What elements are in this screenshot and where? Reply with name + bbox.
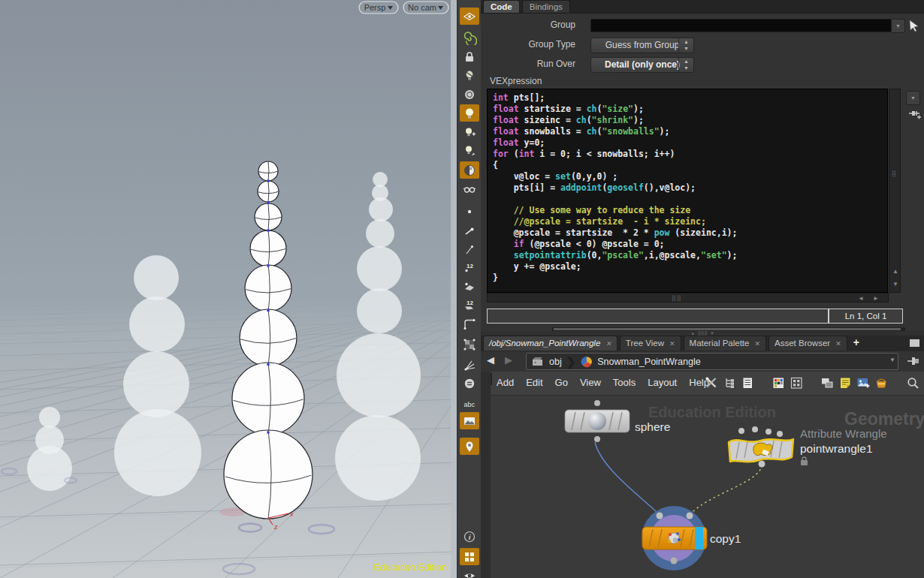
persp-view-button[interactable]: Persp [359,2,398,14]
tree-view-icon[interactable] [723,375,738,391]
group-dropdown-button[interactable]: ▼ [891,19,905,33]
gallery-basket-icon[interactable] [874,375,889,391]
node-sphere[interactable] [565,400,630,442]
viewport-edge-strip [451,0,457,578]
input-connector[interactable] [738,428,744,434]
select-spiral-icon[interactable] [460,29,479,46]
code-line: float snowballs = ch("snowballs"); [493,126,887,137]
pane-tab[interactable]: Material Palette✕ [684,336,766,351]
horizontal-scrollbar[interactable]: ⣿⣿ ◄ ► [487,293,889,303]
new-tab-button[interactable]: + [853,336,859,350]
input-connector[interactable] [777,431,783,437]
shaded-mode-icon[interactable] [460,161,479,179]
point-probe-icon[interactable] [460,241,479,258]
disc-icon[interactable] [460,86,479,103]
code-line: int pts[]; [493,92,887,104]
output-connector[interactable] [594,436,600,442]
run-over-label: Run Over [481,59,575,69]
obj-context-icon [531,355,545,368]
bypass-flag[interactable] [695,527,703,549]
output-connector[interactable] [759,461,765,468]
info-icon[interactable]: i [460,528,479,545]
wire-sphere-to-copy [595,442,658,513]
input-connector[interactable] [657,513,663,519]
pane-maximize-icon[interactable] [910,339,919,347]
scroll-right-icon: ► [873,295,879,302]
path-node[interactable]: Snowman_PointWrangle [597,357,700,367]
vex-menu-button[interactable]: ▼ [906,91,920,105]
menu-layout[interactable]: Layout [642,372,683,394]
close-tab-icon[interactable]: ✕ [605,340,611,348]
menu-tools[interactable]: Tools [607,372,642,394]
vertical-scrollbar[interactable]: ⣿ ▲ ▼ [889,89,901,293]
network-canvas[interactable]: Education Edition Geometry sphere [481,395,924,578]
visibility-eye-icon[interactable] [460,567,479,578]
path-dropdown-icon[interactable]: ▼ [889,357,895,363]
grid-view-icon[interactable] [789,375,805,391]
path-root[interactable]: obj [549,357,562,367]
input-connector[interactable] [594,400,600,406]
color-palette-icon[interactable] [771,375,787,391]
no-cam-button[interactable]: No cam [403,2,448,14]
nav-back-button[interactable]: ◀ [487,354,494,366]
close-tab-icon[interactable]: ✕ [835,340,841,348]
tools-icon[interactable] [704,375,720,391]
point-normals-icon[interactable] [460,222,479,239]
spinner-icon[interactable]: ▲▼ [678,38,693,53]
pane-tab[interactable]: /obj/Snowman_PointWrangle✕ [483,336,618,351]
param-tab-code[interactable]: Code [483,0,520,13]
vector-display-icon[interactable] [460,357,479,374]
uv-checker-icon[interactable] [460,336,479,353]
hull-display-icon[interactable] [460,315,479,333]
prim-normals-icon[interactable] [460,278,479,295]
view-mode-icon[interactable] [460,8,479,25]
grid-window-icon[interactable] [460,548,479,565]
image-plane-icon[interactable] [460,412,479,429]
node-copy[interactable] [642,506,707,570]
nav-forward-button[interactable]: ▶ [505,354,512,366]
close-tab-icon[interactable]: ✕ [669,340,675,348]
wrangle-icon [753,443,772,456]
run-over-select[interactable]: Detail (only once) ▲▼ [590,57,694,73]
lock-icon [801,457,808,465]
wire-glasses-icon[interactable] [460,180,479,197]
slider-add-icon[interactable] [907,108,921,122]
input-connector[interactable] [752,426,758,432]
group-type-select[interactable]: Guess from Group ▲▼ [590,38,694,53]
point-numbers-icon[interactable]: 12 [460,259,479,276]
spinner-icon[interactable]: ▲▼ [678,58,693,72]
menu-add[interactable]: Add [491,372,520,394]
list-view-icon[interactable] [740,375,756,391]
search-icon[interactable] [905,375,921,391]
prim-numbers-icon[interactable]: 12 [460,297,479,314]
scene-viewport[interactable]: x z Persp No cam Education Edition [0,0,457,578]
network-path-field[interactable]: obj ❯ Snowman_PointWrangle ▼ [526,353,898,370]
headlight-icon[interactable] [460,104,479,122]
pane-tab[interactable]: Asset Browser✕ [768,336,847,351]
menu-view[interactable]: View [574,372,607,394]
display-panes-icon[interactable] [820,375,835,391]
disc-lines-icon[interactable] [460,375,479,392]
input-connector[interactable] [687,513,693,519]
close-tab-icon[interactable]: ✕ [754,340,760,348]
text-overlay-icon[interactable]: abc [460,395,479,412]
output-connector[interactable] [671,558,678,564]
select-arrow-icon[interactable] [908,20,920,32]
input-connector[interactable] [765,429,772,435]
menu-edit[interactable]: Edit [520,372,548,394]
background-image-icon[interactable] [856,375,871,391]
node-pointwrangle[interactable] [729,426,793,468]
vex-code-editor[interactable]: int pts[];float startsize = ch("size");f… [487,89,888,293]
light-off-icon[interactable] [460,67,479,84]
menu-go[interactable]: Go [549,372,574,394]
origin-gnomon-icon[interactable] [460,438,479,455]
sticky-note-icon[interactable] [838,375,853,391]
show-points-icon[interactable] [460,203,479,220]
add-light-icon[interactable] [460,123,479,140]
pane-tab[interactable]: Tree View✕ [620,336,681,351]
param-tab-bindings[interactable]: Bindings [522,0,570,13]
group-input[interactable] [590,19,892,32]
pin-pane-icon[interactable] [906,354,921,368]
lock-icon[interactable] [460,48,479,65]
pin-light-icon[interactable] [460,142,479,159]
